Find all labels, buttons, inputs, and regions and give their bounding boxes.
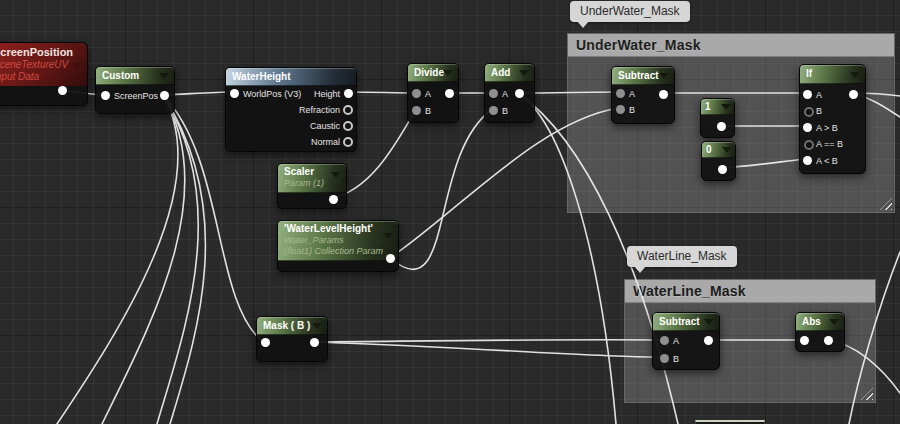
chevron-down-icon[interactable]	[722, 147, 732, 153]
chevron-down-icon[interactable]	[721, 104, 731, 110]
node-constant-one[interactable]: 1	[700, 98, 735, 138]
node-waterlevelheight-header[interactable]: 'WaterLevelHeight' Water_Params (float1)…	[278, 221, 398, 261]
node-subtract-header[interactable]: Subtract	[612, 67, 674, 85]
material-graph-canvas[interactable]: { "nodes": { "screen_position": {"title"…	[0, 0, 900, 424]
pin-label: Height	[314, 89, 340, 99]
input-pin-a-less-b[interactable]	[803, 156, 812, 165]
pin-label: Refraction	[299, 105, 340, 115]
node-title: Divide	[414, 67, 444, 78]
node-mask-b-header[interactable]: Mask ( B )	[257, 317, 327, 335]
chevron-down-icon[interactable]	[850, 72, 860, 78]
input-pin-a[interactable]	[616, 89, 625, 98]
output-pin-normal[interactable]	[343, 137, 353, 147]
node-screenposition[interactable]: ScreenPosition SceneTextureUV Input Data	[0, 42, 88, 106]
input-pin-a[interactable]	[489, 89, 498, 98]
input-pin-screenpos[interactable]	[101, 91, 110, 100]
output-pin[interactable]	[310, 338, 319, 347]
node-abs-header[interactable]: Abs	[796, 313, 844, 331]
output-pin[interactable]	[718, 165, 727, 174]
input-pin-a-greater-b[interactable]	[803, 123, 812, 132]
output-pin[interactable]	[824, 336, 833, 345]
chevron-down-icon[interactable]	[519, 70, 529, 76]
node-subtract-underwater[interactable]: Subtract A B	[611, 66, 675, 124]
output-pin-height[interactable]	[344, 89, 353, 98]
pin-label: Normal	[311, 137, 340, 147]
pin-label: Caustic	[310, 121, 340, 131]
node-title: 1	[705, 101, 711, 112]
node-scaler[interactable]: Scaler Param (1)	[277, 163, 347, 209]
input-pin-b[interactable]	[804, 107, 814, 117]
pin-label: A	[425, 89, 431, 99]
output-pin[interactable]	[58, 86, 67, 95]
node-title: If	[806, 68, 812, 79]
chevron-down-icon[interactable]	[331, 172, 341, 178]
wire	[347, 92, 415, 93]
node-constant-one-header[interactable]: 1	[701, 99, 734, 115]
wire	[57, 95, 178, 424]
node-if-header[interactable]: If	[800, 65, 865, 84]
node-custom-header[interactable]: Custom	[96, 67, 174, 85]
chevron-down-icon[interactable]	[659, 73, 669, 79]
node-waterlevelheight[interactable]: 'WaterLevelHeight' Water_Params (float1)…	[277, 220, 399, 272]
node-title: Abs	[802, 316, 821, 327]
node-mask-b[interactable]: Mask ( B )	[256, 316, 328, 362]
output-pin[interactable]	[160, 91, 169, 100]
node-add-header[interactable]: Add	[485, 64, 534, 82]
node-title: Add	[491, 67, 510, 78]
node-subtitle: (float1) Collection Param	[284, 246, 392, 257]
pin-label: B	[629, 105, 635, 115]
output-pin[interactable]	[329, 195, 338, 204]
input-pin[interactable]	[261, 338, 270, 347]
output-pin-refraction[interactable]	[343, 105, 353, 115]
node-subtract-header[interactable]: Subtract	[653, 313, 719, 331]
input-pin-a-equals-b[interactable]	[804, 140, 814, 150]
input-pin-b[interactable]	[660, 354, 669, 363]
output-pin[interactable]	[386, 254, 395, 263]
chevron-down-icon[interactable]	[704, 319, 714, 325]
chevron-down-icon[interactable]	[312, 323, 322, 329]
node-divide-header[interactable]: Divide	[408, 64, 458, 82]
node-constant-zero-header[interactable]: 0	[702, 142, 735, 158]
input-pin-b[interactable]	[489, 106, 498, 115]
node-scaler-header[interactable]: Scaler Param (1)	[278, 164, 346, 193]
input-pin-a[interactable]	[412, 89, 421, 98]
input-pin-worldpos[interactable]	[230, 89, 239, 98]
node-partial-bottom[interactable]	[695, 420, 765, 424]
node-subtitle: Water_Params	[284, 235, 392, 246]
wire	[390, 108, 619, 258]
output-pin-caustic[interactable]	[343, 121, 353, 131]
output-pin[interactable]	[445, 89, 454, 98]
chevron-down-icon[interactable]	[159, 73, 169, 79]
input-pin-a[interactable]	[660, 336, 669, 345]
node-add[interactable]: Add A B	[484, 63, 535, 123]
chevron-down-icon[interactable]	[829, 319, 839, 325]
pin-label: A == B	[816, 139, 843, 149]
node-title: 'WaterLevelHeight'	[284, 223, 373, 234]
node-title: Subtract	[659, 316, 700, 327]
pin-label: A	[629, 89, 635, 99]
node-screenposition-header[interactable]: ScreenPosition SceneTextureUV Input Data	[0, 43, 87, 86]
node-constant-zero[interactable]: 0	[701, 141, 736, 181]
node-if[interactable]: If A B A > B A == B A < B	[799, 64, 866, 174]
chevron-down-icon[interactable]	[72, 63, 82, 69]
pin-label: A < B	[816, 156, 838, 166]
input-pin-b[interactable]	[412, 106, 421, 115]
output-pin[interactable]	[849, 90, 858, 99]
pin-label: A > B	[816, 123, 838, 133]
output-pin[interactable]	[515, 89, 524, 98]
chevron-down-icon[interactable]	[443, 70, 453, 76]
pin-label: B	[673, 354, 679, 364]
output-pin[interactable]	[704, 336, 713, 345]
output-pin[interactable]	[659, 90, 668, 99]
input-pin-a[interactable]	[803, 90, 812, 99]
node-divide[interactable]: Divide A B	[407, 63, 459, 123]
node-waterheight-header[interactable]: WaterHeight	[226, 68, 356, 86]
node-custom[interactable]: Custom ScreenPos	[95, 66, 175, 114]
node-waterheight[interactable]: WaterHeight WorldPos (V3) Height Refract…	[225, 67, 357, 152]
node-subtract-waterline[interactable]: Subtract A B	[652, 312, 720, 370]
output-pin[interactable]	[717, 122, 726, 131]
input-pin[interactable]	[800, 336, 809, 345]
node-abs[interactable]: Abs	[795, 312, 845, 352]
chevron-down-icon[interactable]	[383, 233, 393, 239]
input-pin-b[interactable]	[616, 105, 625, 114]
